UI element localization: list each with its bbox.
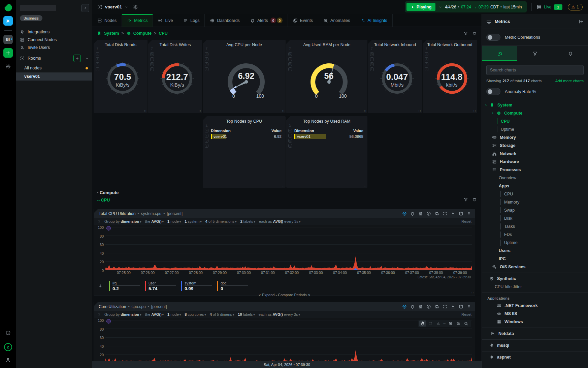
select-tool-button[interactable]: [427, 320, 434, 327]
expand-compare-periods[interactable]: Expand - Compare Periods: [94, 293, 475, 297]
skip-to-end-icon[interactable]: [97, 313, 101, 316]
chart-control-dropdown[interactable]: each as AVG() every 3s▾: [259, 219, 300, 223]
info-icon[interactable]: [426, 304, 431, 309]
metric-card-avg-cpu-per-node[interactable]: ΣNIDLAvg CPU per Node 6.920100∷: [203, 40, 286, 113]
sidebar-item-node[interactable]: vserv01: [16, 72, 92, 81]
metric-card-total-disk-reads[interactable]: ΣNIDLTotal Disk Reads 70.5KiBy/s∷: [94, 40, 148, 113]
tree-item-overview[interactable]: Overview: [482, 174, 588, 182]
resize-handle[interactable]: ∷: [364, 184, 366, 187]
tree-item-network[interactable]: Network: [482, 150, 588, 158]
legend-item-user[interactable]: user5.74: [145, 281, 176, 291]
legend-item-irq[interactable]: irq0.2: [109, 281, 140, 291]
tree-item-netdata[interactable]: Netdata: [482, 330, 588, 338]
drag-handle-icon[interactable]: [467, 304, 471, 309]
chart-control-dropdown[interactable]: 1 system▾: [185, 219, 202, 223]
tree-item-fds[interactable]: FDs: [482, 231, 588, 239]
fullscreen-icon[interactable]: [443, 304, 447, 309]
node-settings-icon[interactable]: [133, 4, 138, 10]
tree-item-memory[interactable]: Memory: [482, 133, 588, 142]
metric-correlations-toggle[interactable]: [486, 34, 500, 41]
chevron-right-icon[interactable]: ›: [485, 103, 487, 108]
download-icon[interactable]: [451, 304, 455, 309]
resize-handle[interactable]: ∷: [282, 184, 284, 187]
tree-item-storage[interactable]: Storage: [482, 142, 588, 150]
col-dimension[interactable]: Dimension: [211, 129, 231, 133]
add-room-button[interactable]: [73, 55, 81, 62]
breadcrumb-item[interactable]: Compute: [133, 31, 152, 36]
alarms-icon[interactable]: [410, 304, 415, 309]
skip-to-end-icon[interactable]: [97, 220, 101, 223]
table-row[interactable]: vserv01 6.92: [203, 134, 286, 139]
tree-item-compute[interactable]: ›Compute: [482, 109, 588, 117]
tree-item-users[interactable]: Users: [482, 247, 588, 255]
add-more-charts-link[interactable]: Add more charts: [555, 79, 584, 83]
chart-settings-icon[interactable]: [418, 304, 423, 309]
reset-button[interactable]: Reset: [461, 219, 471, 223]
chart-total-cpu-utilization[interactable]: Total CPU Utilization •system.cpu •[perc…: [94, 209, 475, 296]
tab-events[interactable]: Events: [288, 14, 318, 27]
chart-control-dropdown[interactable]: the AVG()▾: [145, 312, 164, 316]
tree-item-windows[interactable]: Windows: [482, 318, 588, 326]
tab-anomalies[interactable]: Anomalies: [318, 14, 355, 27]
tree-item-uptime[interactable]: Uptime: [482, 125, 588, 133]
zoom-in-button[interactable]: [447, 320, 454, 327]
search-charts-input[interactable]: [490, 68, 580, 72]
plot-area[interactable]: 100806040200: [95, 320, 472, 363]
tree-item--net-framework[interactable]: .NET Framework: [482, 302, 588, 310]
tree-item-synthetic[interactable]: Synthetic: [482, 275, 588, 283]
metric-card-total-network-outbound[interactable]: ΣNIDLTotal Network Outbound 114.8kbit/s∷: [423, 40, 477, 113]
tree-item-cpu[interactable]: CPU: [482, 190, 588, 198]
alerts-mail-icon[interactable]: [434, 304, 439, 309]
chart-control-dropdown[interactable]: 10 labels▾: [238, 312, 255, 316]
tree-item-uptime[interactable]: Uptime: [482, 239, 588, 247]
resize-handle[interactable]: ∷: [471, 292, 473, 295]
time-range-picker[interactable]: Playing 4/4/26• 07:24 → 07:39 CDT• last …: [405, 1, 527, 12]
section-cpu[interactable]: -- CPU: [97, 198, 110, 203]
download-icon[interactable]: [451, 211, 455, 216]
notifications-badge[interactable]: 2: [4, 343, 12, 351]
anomaly-marker-icon[interactable]: [106, 226, 111, 231]
tab-nodes[interactable]: Nodes: [92, 14, 122, 27]
metric-card-total-disk-writes[interactable]: ΣNIDLTotal Disk Writes 212.7KiBy/s∷: [148, 40, 202, 113]
metric-card-avg-used-ram-per-node[interactable]: ΣNIDLAvg Used RAM per Node 560100∷: [286, 40, 367, 113]
tree-item-system[interactable]: ›System: [482, 101, 588, 109]
tab-live[interactable]: Live: [153, 14, 178, 27]
tab-metrics[interactable]: Metrics: [122, 14, 153, 27]
resize-handle[interactable]: ∷: [473, 109, 476, 113]
alarms-icon[interactable]: [410, 211, 415, 216]
anomalies-icon[interactable]: [402, 304, 407, 309]
favorite-icon[interactable]: [472, 31, 477, 36]
chart-control-dropdown[interactable]: each as AVG() every 3s▾: [259, 312, 300, 316]
chevron-right-icon[interactable]: ›: [492, 111, 493, 116]
area-chart[interactable]: [105, 320, 472, 363]
reset-button[interactable]: Reset: [461, 312, 471, 316]
resize-handle[interactable]: ∷: [282, 109, 284, 113]
rooms-header[interactable]: Rooms: [16, 54, 92, 63]
tab-filters[interactable]: [517, 46, 553, 61]
save-image-icon[interactable]: [459, 304, 463, 309]
tree-item-ipc[interactable]: IPC: [482, 255, 588, 263]
bars-tool-button[interactable]: [435, 320, 442, 327]
sidebar-item-integrations[interactable]: Integrations: [16, 28, 92, 36]
top-nodes-ram-card[interactable]: ΣNIDL Top Nodes by Used RAM Dimension Va…: [286, 116, 367, 188]
chart-control-dropdown[interactable]: 4 of 5 dimensions▾: [205, 219, 237, 223]
table-row[interactable]: vserv01 56.0868: [286, 134, 367, 139]
legend-item-dpc[interactable]: dpc0: [217, 281, 248, 291]
tree-item-o-s-services[interactable]: O/S Services: [482, 263, 588, 271]
tree-item-aspnet[interactable]: aspnet: [482, 353, 588, 361]
chart-core-utilization[interactable]: Core Utilization •cpu.cpu •[percent] Gro…: [94, 302, 475, 368]
tab-charts[interactable]: [482, 46, 517, 61]
info-icon[interactable]: [426, 211, 431, 216]
chart-control-dropdown[interactable]: 1 node▾: [167, 312, 181, 316]
workspace-avatar[interactable]: Bl: [3, 35, 13, 44]
live-nodes-indicator[interactable]: Live 1: [536, 4, 562, 10]
col-value[interactable]: Value: [271, 129, 282, 133]
chart-control-dropdown[interactable]: Group by dimension▾: [104, 219, 141, 223]
tree-item-hardware[interactable]: Hardware: [482, 158, 588, 166]
metric-card-total-network-inbound[interactable]: ΣNIDLTotal Network Inbound 0.047Mbit/s∷: [368, 40, 422, 113]
anomaly-marker-icon[interactable]: [106, 319, 111, 324]
chart-control-dropdown[interactable]: 4 of 5 dimens▾: [210, 312, 234, 316]
add-space-button[interactable]: [3, 48, 13, 58]
tree-item-ms-iis[interactable]: MS IIS: [482, 310, 588, 318]
top-nodes-cpu-card[interactable]: ΣNIDL Top Nodes by CPU Dimension Value v…: [203, 116, 286, 188]
